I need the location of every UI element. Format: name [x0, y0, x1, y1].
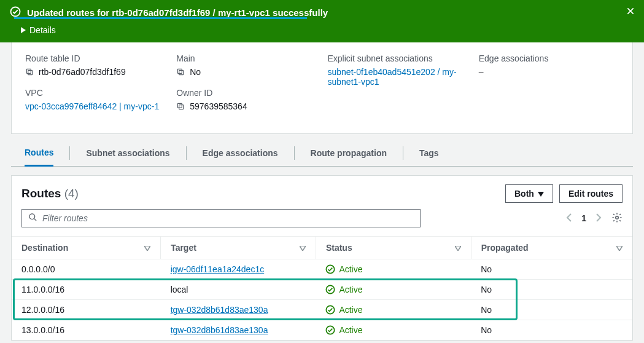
caret-right-icon: [21, 25, 26, 35]
routes-panel: Routes (4) Both Edit routes: [11, 175, 633, 341]
edit-routes-label: Edit routes: [568, 189, 613, 199]
target-link[interactable]: tgw-032d8b61d83ae130a: [171, 305, 268, 315]
sort-icon: [144, 243, 150, 253]
prev-page-icon[interactable]: [566, 213, 572, 224]
route-table-id-value: rtb-0d76ad07fd3df1f69: [39, 67, 126, 77]
cell-propagated: No: [471, 259, 632, 280]
edit-routes-button[interactable]: Edit routes: [559, 184, 623, 203]
annotation-underline: [14, 17, 307, 19]
tabs: Routes Subnet associations Edge associat…: [11, 140, 633, 167]
cell-propagated: No: [471, 320, 632, 341]
sort-icon: [616, 243, 623, 253]
cell-destination: 12.0.0.0/16: [12, 300, 161, 320]
edge-value: –: [479, 67, 484, 77]
panel-title: Routes (4): [21, 187, 79, 200]
panel-count: (4): [64, 187, 79, 200]
svg-point-7: [29, 214, 35, 219]
tab-divider: [186, 146, 187, 160]
vpc-link[interactable]: vpc-03cca9976eff84642 | my-vpc-1: [25, 101, 159, 111]
cell-status: Active: [316, 320, 471, 341]
cell-target: local: [161, 280, 316, 300]
sort-icon: [300, 243, 306, 253]
svg-rect-3: [179, 71, 184, 75]
cell-status: Active: [316, 259, 471, 280]
col-destination[interactable]: Destination: [12, 237, 161, 259]
main-value: No: [190, 67, 201, 77]
cell-destination: 0.0.0.0/0: [12, 259, 161, 280]
svg-point-8: [616, 216, 619, 219]
col-status[interactable]: Status: [316, 237, 471, 259]
status-badge: Active: [325, 305, 461, 315]
tab-routes[interactable]: Routes: [25, 140, 53, 167]
copy-icon[interactable]: [25, 68, 34, 76]
tab-edge-associations[interactable]: Edge associations: [203, 141, 278, 165]
page-number: 1: [581, 213, 586, 223]
routes-table: Destination Target Status: [12, 236, 632, 340]
target-link[interactable]: tgw-032d8b61d83ae130a: [171, 325, 268, 335]
info-card: Route table ID rtb-0d76ad07fd3df1f69 VPC…: [11, 42, 633, 134]
subnet-link[interactable]: subnet-0f1eb40ad5451e202 / my-subnet1-vp…: [328, 67, 468, 87]
status-badge: Active: [325, 285, 461, 294]
owner-id-value: 597639585364: [190, 101, 247, 111]
tab-subnet-associations[interactable]: Subnet associations: [86, 141, 169, 165]
svg-rect-5: [179, 105, 184, 109]
both-label: Both: [514, 189, 534, 199]
svg-rect-4: [178, 69, 182, 73]
svg-rect-6: [178, 103, 182, 108]
edge-label: Edge associations: [479, 53, 619, 63]
success-banner: Updated routes for rtb-0d76ad07fd3df1f69…: [0, 0, 644, 42]
col-target[interactable]: Target: [161, 237, 316, 259]
panel-title-text: Routes: [21, 187, 61, 200]
filter-both-dropdown[interactable]: Both: [505, 184, 553, 203]
search-icon: [28, 213, 37, 224]
cell-target: igw-06df11ea1a24dec1c: [161, 259, 316, 280]
copy-icon[interactable]: [176, 68, 185, 76]
tab-divider: [403, 146, 403, 160]
cell-propagated: No: [471, 280, 632, 300]
next-page-icon[interactable]: [596, 213, 602, 224]
tab-tags[interactable]: Tags: [419, 141, 439, 165]
filter-box[interactable]: [21, 209, 421, 227]
cell-propagated: No: [471, 300, 632, 320]
cell-destination: 11.0.0.0/16: [12, 280, 161, 300]
status-badge: Active: [325, 264, 461, 274]
caret-down-icon: [538, 189, 544, 199]
tab-route-propagation[interactable]: Route propagation: [311, 141, 387, 165]
close-icon[interactable]: [626, 6, 635, 18]
tab-divider: [294, 146, 295, 160]
explicit-label: Explicit subnet associations: [328, 53, 468, 63]
status-badge: Active: [325, 325, 461, 335]
svg-rect-1: [28, 71, 33, 75]
sort-icon: [455, 243, 461, 253]
details-toggle[interactable]: Details: [21, 25, 634, 35]
banner-title: Updated routes for rtb-0d76ad07fd3df1f69…: [27, 7, 328, 18]
tab-divider: [69, 146, 70, 160]
cell-destination: 13.0.0.0/16: [12, 320, 161, 341]
table-row: 13.0.0.0/16tgw-032d8b61d83ae130aActiveNo: [12, 320, 632, 341]
table-row: 11.0.0.0/16localActiveNo: [12, 280, 632, 300]
cell-status: Active: [316, 300, 471, 320]
col-propagated[interactable]: Propagated: [471, 237, 632, 259]
table-row: 0.0.0.0/0igw-06df11ea1a24dec1cActiveNo: [12, 259, 632, 280]
owner-id-label: Owner ID: [176, 88, 316, 98]
vpc-label: VPC: [25, 88, 165, 98]
cell-target: tgw-032d8b61d83ae130a: [161, 300, 316, 320]
main-label: Main: [176, 53, 316, 63]
table-row: 12.0.0.0/16tgw-032d8b61d83ae130aActiveNo: [12, 300, 632, 320]
svg-rect-2: [26, 69, 31, 73]
target-link[interactable]: igw-06df11ea1a24dec1c: [171, 264, 265, 274]
cell-target: tgw-032d8b61d83ae130a: [161, 320, 316, 341]
copy-icon[interactable]: [176, 102, 185, 111]
filter-input[interactable]: [42, 213, 414, 223]
route-table-id-label: Route table ID: [25, 53, 165, 63]
gear-icon[interactable]: [611, 212, 623, 225]
cell-status: Active: [316, 280, 471, 300]
pagination: 1: [566, 212, 623, 225]
details-label: Details: [29, 25, 56, 35]
